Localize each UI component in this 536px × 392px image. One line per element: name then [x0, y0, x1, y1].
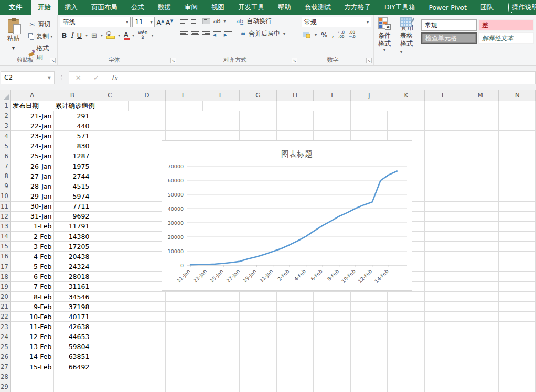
comma-style-button[interactable]: , [331, 31, 334, 39]
cell-J20[interactable] [351, 292, 388, 302]
cell-M28[interactable] [462, 372, 499, 382]
clipboard-dialog-launcher[interactable]: ↘ [50, 58, 56, 63]
cell-N16[interactable] [499, 252, 536, 262]
merge-center-button[interactable]: 合并后居中 [249, 29, 280, 38]
cell-C12[interactable] [91, 212, 128, 222]
cell-G26[interactable] [240, 352, 277, 362]
cell-M10[interactable] [462, 191, 499, 201]
cell-F23[interactable] [202, 322, 240, 332]
cell-M13[interactable] [462, 222, 499, 232]
tab-view[interactable]: 视图 [205, 0, 231, 15]
row-header-21[interactable]: 21 [0, 302, 11, 312]
cell-D1[interactable] [129, 101, 166, 111]
cell-N8[interactable] [499, 171, 536, 181]
cell-style-bad[interactable]: 差 [478, 19, 534, 31]
cell-N19[interactable] [499, 282, 536, 292]
cell-N14[interactable] [499, 232, 536, 242]
align-right-button[interactable] [202, 31, 210, 37]
tab-home[interactable]: 开始 [31, 0, 58, 15]
cell-I28[interactable] [314, 372, 351, 382]
column-header-A[interactable]: A [11, 90, 54, 101]
cell-D13[interactable] [128, 222, 166, 232]
cell-D5[interactable] [128, 141, 166, 151]
paste-button[interactable]: 粘贴 ▾ [2, 17, 25, 56]
cell-style-check[interactable]: 检查单元格 [421, 32, 477, 44]
phonetic-dropdown-icon[interactable]: ▾ [152, 33, 154, 38]
cell-C16[interactable] [91, 252, 128, 262]
tab-review[interactable]: 审阅 [178, 0, 205, 15]
italic-button[interactable]: I [70, 31, 73, 39]
cell-style-explan[interactable]: 解释性文本 [478, 32, 534, 44]
cell-D14[interactable] [128, 232, 166, 242]
cell-L20[interactable] [425, 292, 462, 302]
cell-K3[interactable] [388, 121, 425, 131]
row-header-1[interactable]: 1 [0, 101, 11, 111]
font-color-button[interactable]: A [124, 30, 128, 40]
cell-B24[interactable]: 44653 [54, 332, 92, 342]
cell-N25[interactable] [499, 342, 536, 352]
cell-A19[interactable]: 7-Feb [11, 282, 54, 292]
row-header-9[interactable]: 9 [0, 181, 11, 191]
decrease-decimal-button[interactable]: .00→.0 [349, 30, 356, 39]
cell-L3[interactable] [425, 121, 462, 131]
cell-F22[interactable] [202, 312, 240, 322]
row-header-6[interactable]: 6 [0, 151, 11, 161]
cell-K29[interactable] [388, 382, 425, 392]
row-header-23[interactable]: 23 [0, 322, 11, 332]
cell-C17[interactable] [91, 262, 128, 272]
cell-style-normal[interactable]: 常规 [421, 19, 477, 31]
cell-L27[interactable] [425, 362, 462, 372]
cell-D12[interactable] [128, 212, 166, 222]
cell-N4[interactable] [499, 131, 536, 141]
cell-A24[interactable]: 12-Feb [11, 332, 54, 342]
cell-J24[interactable] [351, 332, 388, 342]
cell-D10[interactable] [128, 191, 166, 201]
cell-N26[interactable] [499, 352, 536, 362]
tab-help[interactable]: 帮助 [271, 0, 298, 15]
cell-H3[interactable] [277, 121, 314, 131]
cell-K22[interactable] [388, 312, 425, 322]
row-header-26[interactable]: 26 [0, 352, 11, 362]
cell-D29[interactable] [128, 382, 166, 392]
cell-J22[interactable] [351, 312, 388, 322]
borders-button[interactable]: ⊞ [91, 31, 97, 39]
cell-B27[interactable]: 66492 [54, 362, 92, 372]
cell-E4[interactable] [166, 131, 203, 141]
cell-H22[interactable] [277, 312, 314, 322]
row-header-28[interactable]: 28 [0, 372, 11, 382]
cell-H28[interactable] [277, 372, 314, 382]
cell-J3[interactable] [351, 121, 388, 131]
number-format-select[interactable]: 常规▾ [302, 17, 371, 27]
row-header-10[interactable]: 10 [0, 191, 11, 201]
row-header-15[interactable]: 15 [0, 242, 11, 252]
cell-M2[interactable] [462, 111, 499, 121]
row-header-3[interactable]: 3 [0, 121, 11, 131]
paste-dropdown-icon[interactable]: ▾ [12, 44, 15, 51]
cell-C23[interactable] [91, 322, 128, 332]
cell-D16[interactable] [128, 252, 166, 262]
cell-F29[interactable] [202, 382, 240, 392]
cell-L7[interactable] [425, 161, 462, 171]
cell-G24[interactable] [240, 332, 277, 342]
cell-B19[interactable]: 31161 [54, 282, 92, 292]
cell-G2[interactable] [240, 111, 277, 121]
column-header-E[interactable]: E [166, 90, 203, 101]
row-header-16[interactable]: 16 [0, 252, 11, 262]
column-header-F[interactable]: F [202, 90, 240, 101]
cell-E21[interactable] [166, 302, 203, 312]
cell-D26[interactable] [128, 352, 166, 362]
cell-L25[interactable] [425, 342, 462, 352]
cell-A29[interactable] [11, 382, 54, 392]
cell-G4[interactable] [240, 131, 277, 141]
cell-A13[interactable]: 1-Feb [11, 222, 54, 232]
cell-K21[interactable] [388, 302, 425, 312]
cell-B7[interactable]: 1975 [54, 161, 92, 171]
cell-M6[interactable] [462, 151, 499, 161]
cell-D7[interactable] [128, 161, 166, 171]
cell-N21[interactable] [499, 302, 536, 312]
cell-L23[interactable] [425, 322, 462, 332]
accounting-dropdown-icon[interactable]: ▾ [315, 32, 317, 37]
cell-J23[interactable] [351, 322, 388, 332]
cell-H27[interactable] [277, 362, 314, 372]
cell-B13[interactable]: 11791 [54, 222, 92, 232]
